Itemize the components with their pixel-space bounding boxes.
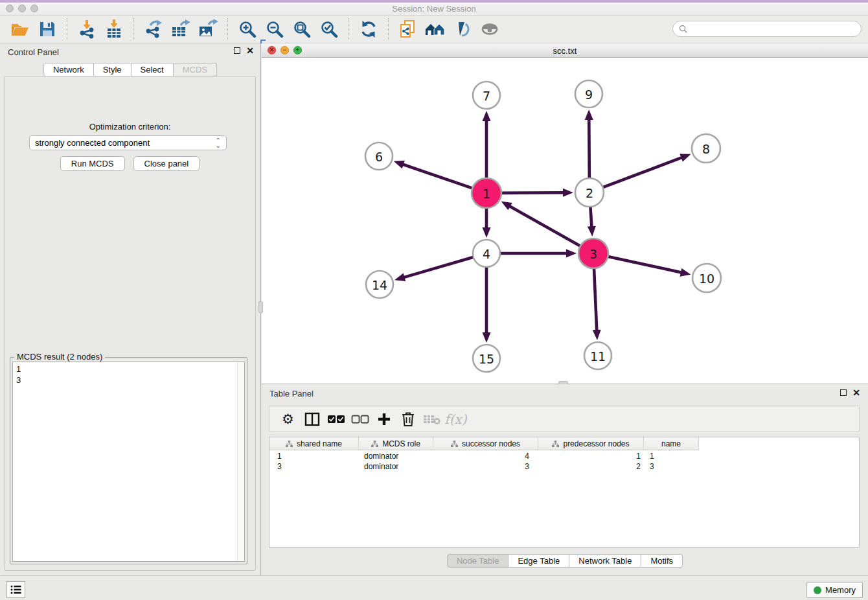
column-header-name[interactable]: name <box>644 437 699 450</box>
column-type-icon <box>552 441 559 448</box>
home-icon[interactable] <box>424 17 447 41</box>
delete-table-icon[interactable] <box>420 410 444 429</box>
node-label: 10 <box>699 271 714 286</box>
refresh-icon[interactable] <box>357 17 380 41</box>
select-all-icon[interactable] <box>324 410 348 429</box>
save-session-icon[interactable] <box>36 17 59 41</box>
edge-2-3[interactable] <box>590 205 591 228</box>
import-table-icon[interactable] <box>102 17 126 41</box>
graph-node-15[interactable]: 15 <box>473 345 500 372</box>
cell-MCDS-role[interactable]: dominator <box>359 461 433 472</box>
edge-2-8[interactable] <box>602 157 683 188</box>
clone-network-icon[interactable] <box>396 17 420 41</box>
run-mcds-button[interactable]: Run MCDS <box>60 156 125 171</box>
cell-shared-name[interactable]: 1 <box>269 451 359 461</box>
zoom-fit-icon[interactable] <box>290 17 314 41</box>
graph-node-9[interactable]: 9 <box>575 80 602 108</box>
network-canvas[interactable]: 7968124314101511 <box>262 58 868 384</box>
node-label: 8 <box>702 142 710 156</box>
tab-select[interactable]: Select <box>131 63 174 76</box>
show-hide-icon[interactable] <box>478 17 501 41</box>
edge-1-2[interactable] <box>500 192 565 193</box>
export-table-icon[interactable] <box>169 17 192 41</box>
edge-4-14[interactable] <box>403 257 475 277</box>
mcds-result-text[interactable]: 1 3 <box>12 362 245 562</box>
toolbar-separator <box>348 18 349 40</box>
cell-predecessor-nodes[interactable]: 2 <box>538 461 644 472</box>
network-graph: 7968124314101511 <box>262 58 868 384</box>
tab-mcds[interactable]: MCDS <box>174 63 217 76</box>
mcds-result-title: MCDS result (2 nodes) <box>14 352 105 362</box>
edge-arrowhead <box>483 227 491 238</box>
graph-node-1[interactable]: 1 <box>472 178 501 208</box>
graph-node-7[interactable]: 7 <box>473 82 500 109</box>
close-table-panel-icon[interactable]: ✕ <box>852 389 860 396</box>
cell-successor-nodes[interactable]: 3 <box>433 461 538 472</box>
deselect-all-icon[interactable] <box>348 410 372 429</box>
import-network-icon[interactable] <box>75 17 98 41</box>
column-header-shared-name[interactable]: shared name <box>269 437 359 450</box>
column-type-icon <box>451 441 458 448</box>
vertical-splitter-handle[interactable] <box>258 301 263 313</box>
table-row[interactable]: 1dominator411 <box>269 451 859 461</box>
table-row[interactable]: 3dominator323 <box>269 461 859 472</box>
style-pen-icon[interactable] <box>451 17 474 41</box>
open-session-icon[interactable] <box>8 17 32 41</box>
function-builder-icon[interactable]: f(x) <box>444 410 468 429</box>
tab-motifs[interactable]: Motifs <box>641 554 683 568</box>
close-panel-button[interactable]: Close panel <box>133 156 200 171</box>
column-header-MCDS-role[interactable]: MCDS role <box>359 437 433 450</box>
graph-node-14[interactable]: 14 <box>366 271 393 298</box>
graph-node-3[interactable]: 3 <box>578 238 608 268</box>
graph-node-11[interactable]: 11 <box>584 342 611 369</box>
table-settings-icon[interactable]: ⚙ <box>276 410 300 429</box>
result-scrollbar[interactable] <box>237 362 244 561</box>
optimization-criterion-select[interactable]: strongly connected component ⌃⌄ <box>29 135 227 150</box>
network-view-window: ✕ − + scc.txt 7968124314101511 <box>262 43 868 384</box>
float-table-panel-icon[interactable] <box>840 389 847 396</box>
edge-1-6[interactable] <box>402 164 474 189</box>
edge-arrowhead <box>566 249 577 258</box>
tab-network-table[interactable]: Network Table <box>569 554 641 568</box>
table-panel-title: Table Panel <box>269 389 314 398</box>
zoom-selected-icon[interactable] <box>317 17 341 41</box>
edge-3-11[interactable] <box>594 267 597 332</box>
cell-name[interactable]: 1 <box>644 451 699 461</box>
graph-node-8[interactable]: 8 <box>692 134 720 163</box>
control-panel: Control Panel ✕ NetworkStyleSelectMCDS O… <box>0 43 261 575</box>
task-history-button[interactable] <box>6 581 25 598</box>
edge-3-1[interactable] <box>508 205 582 247</box>
export-network-icon[interactable] <box>142 17 165 41</box>
float-panel-icon[interactable] <box>234 47 240 54</box>
tab-node-table[interactable]: Node Table <box>447 554 509 568</box>
tab-network[interactable]: Network <box>43 63 94 76</box>
cell-successor-nodes[interactable]: 4 <box>433 451 538 461</box>
graph-node-2[interactable]: 2 <box>575 178 604 207</box>
tab-edge-table[interactable]: Edge Table <box>508 554 569 568</box>
cell-shared-name[interactable]: 3 <box>269 461 359 472</box>
graph-node-6[interactable]: 6 <box>365 143 393 170</box>
edge-arrowhead <box>394 161 405 168</box>
memory-button[interactable]: Memory <box>806 582 863 598</box>
mcds-tab-content: Optimization criterion: strongly connect… <box>4 76 256 571</box>
close-panel-icon[interactable]: ✕ <box>246 47 254 54</box>
show-columns-icon[interactable] <box>300 410 324 429</box>
memory-label: Memory <box>825 585 856 595</box>
cell-predecessor-nodes[interactable]: 1 <box>538 451 644 461</box>
tab-style[interactable]: Style <box>94 63 131 76</box>
cell-name[interactable]: 3 <box>644 461 699 472</box>
export-image-icon[interactable] <box>196 17 220 41</box>
graph-node-4[interactable]: 4 <box>473 240 500 267</box>
toolbar-search[interactable] <box>672 21 862 37</box>
edge-3-10[interactable] <box>607 256 683 272</box>
delete-row-icon[interactable] <box>396 410 420 429</box>
add-row-icon[interactable] <box>372 410 396 429</box>
graph-node-10[interactable]: 10 <box>692 264 721 292</box>
zoom-in-icon[interactable] <box>236 17 259 41</box>
cell-MCDS-role[interactable]: dominator <box>359 451 433 461</box>
search-input[interactable] <box>691 24 855 34</box>
column-header-successor-nodes[interactable]: successor nodes <box>433 437 538 450</box>
edge-2-9[interactable] <box>589 118 589 179</box>
column-header-predecessor-nodes[interactable]: predecessor nodes <box>538 437 644 450</box>
zoom-out-icon[interactable] <box>263 17 286 41</box>
